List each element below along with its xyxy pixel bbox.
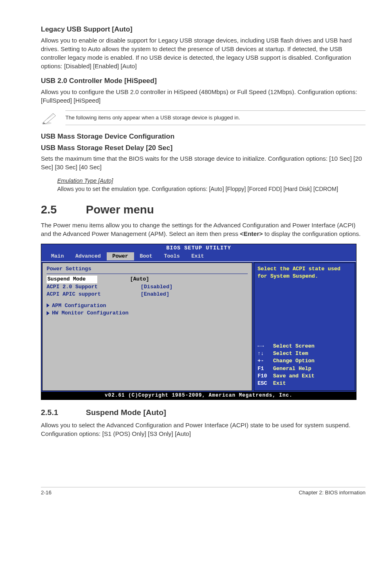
bios-screenshot: BIOS SETUP UTILITY Main Advanced Power B…	[41, 244, 356, 400]
bios-row-suspend-mode[interactable]: Suspend Mode [Auto]	[47, 276, 248, 283]
heading-emulation-type: Emulation Type [Auto]	[57, 177, 365, 185]
page-footer: 2-16 Chapter 2: BIOS information	[41, 487, 365, 496]
bios-tab-tools[interactable]: Tools	[158, 252, 186, 260]
heading-mass-storage-config: USB Mass Storage Device Configuration	[41, 132, 365, 141]
bios-row-acpi20[interactable]: ACPI 2.0 Support [Disabled]	[47, 283, 248, 291]
para-usb20-mode: Allows you to configure the USB 2.0 cont…	[41, 88, 365, 105]
bios-title: BIOS SETUP UTILITY	[41, 244, 356, 252]
bios-help-text: Select the ACPI state used for System Su…	[258, 265, 352, 280]
section-title: Power menu	[86, 203, 154, 216]
bios-row-value: [Disabled]	[141, 283, 173, 291]
bios-submenu-hwmonitor[interactable]: HW Monitor Configuration	[47, 310, 248, 317]
heading-power-menu: 2.5Power menu	[41, 202, 365, 218]
heading-suspend-mode: 2.5.1Suspend Mode [Auto]	[41, 407, 365, 418]
pen-icon	[41, 111, 65, 125]
heading-reset-delay: USB Mass Storage Reset Delay [20 Sec]	[41, 143, 365, 153]
bios-tab-power[interactable]: Power	[107, 252, 134, 260]
chapter-label: Chapter 2: BIOS information	[299, 489, 365, 496]
bios-tab-advanced[interactable]: Advanced	[69, 252, 106, 260]
section-number: 2.5	[41, 202, 86, 218]
bios-left-panel: Power Settings Suspend Mode [Auto] ACPI …	[42, 263, 252, 391]
para-legacy-usb: Allows you to enable or disable support …	[41, 36, 365, 70]
bios-row-value: [Auto]	[130, 276, 149, 283]
bios-row-label: ACPI APIC support	[47, 291, 141, 298]
heading-legacy-usb: Legacy USB Support [Auto]	[41, 25, 365, 34]
bios-tab-boot[interactable]: Boot	[134, 252, 158, 260]
bios-submenu-apm[interactable]: APM Configuration	[47, 302, 248, 310]
page-number: 2-16	[41, 489, 52, 496]
note-block: The following items only appear when a U…	[41, 110, 365, 125]
subsection-number: 2.5.1	[41, 407, 86, 418]
para-emulation-type: Allows you to set the emulation type. Co…	[57, 185, 365, 193]
bios-key-legend: ←→Select Screen ↑↓Select Item +-Change O…	[258, 343, 352, 387]
para-suspend-mode: Allows you to select the Advanced Config…	[41, 421, 365, 438]
bios-tab-exit[interactable]: Exit	[186, 252, 210, 260]
note-text: The following items only appear when a U…	[65, 110, 365, 125]
bios-row-label: ACPI 2.0 Support	[47, 283, 141, 291]
para-reset-delay: Sets the maximum time that the BIOS wait…	[41, 154, 365, 171]
bios-row-acpi-apic[interactable]: ACPI APIC support [Enabled]	[47, 291, 248, 298]
bios-row-value: [Enabled]	[141, 291, 169, 298]
para-power-menu: The Power menu items allow you to change…	[41, 221, 365, 238]
bios-help-panel: Select the ACPI state used for System Su…	[254, 263, 355, 391]
bios-panel-title: Power Settings	[47, 265, 248, 273]
bios-tab-main[interactable]: Main	[45, 252, 69, 260]
bios-footer: v02.61 (C)Copyright 1985-2009, American …	[41, 392, 356, 399]
bios-row-label: Suspend Mode	[47, 276, 97, 283]
heading-usb20-mode: USB 2.0 Controller Mode [HiSpeed]	[41, 76, 365, 86]
subsection-title: Suspend Mode [Auto]	[86, 408, 166, 417]
bios-tab-bar: Main Advanced Power Boot Tools Exit	[41, 252, 356, 261]
